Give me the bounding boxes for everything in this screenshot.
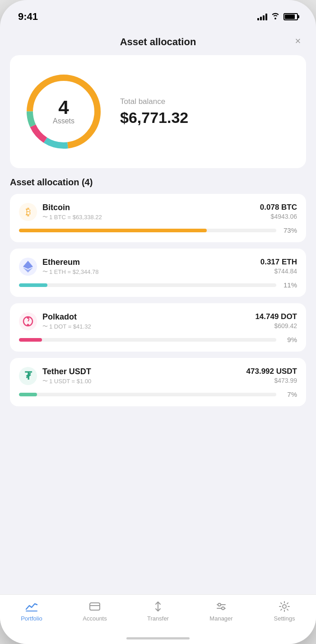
balance-amount: $6,771.32 [120,109,295,127]
chart-card: 4 Assets Total balance $6,771.32 [10,55,306,168]
nav-manager-label: Manager [209,615,232,622]
notch [117,0,199,17]
home-indicator [126,637,190,639]
battery-icon [283,13,298,20]
eth-progress-row: 11% [19,281,297,289]
eth-rate: 〜 1 ETH = $2,344.78 [42,268,99,276]
btc-amount: 0.078 BTC [260,203,297,212]
eth-icon [19,258,37,276]
usdt-progress-fill [19,393,37,396]
close-button[interactable]: × [290,33,306,49]
svg-point-16 [222,607,224,610]
nav-settings-label: Settings [274,615,295,622]
svg-point-17 [283,605,286,608]
dot-progress-fill [19,338,42,342]
btc-value: $4943.06 [260,213,297,220]
balance-label: Total balance [120,97,295,106]
usdt-progress-row: 7% [19,390,297,398]
wifi-icon [271,12,280,21]
eth-name: Ethereum [42,258,99,267]
eth-progress-fill [19,283,47,287]
bottom-nav: Portfolio Accounts Transfer [0,594,316,644]
asset-count: 4 [53,98,74,117]
dot-progress-row: 9% [19,336,297,343]
section-title: Asset allocation (4) [0,177,316,194]
usdt-percent: 7% [281,390,297,398]
page-title: Asset allocation [120,36,196,48]
asset-card-eth: Ethereum 〜 1 ETH = $2,344.78 0.317 ETH $… [10,249,306,297]
dot-rate: 〜 1 DOT = $41.32 [42,323,91,330]
btc-icon: ₿ [19,203,37,221]
eth-progress-track [19,283,276,287]
manager-icon [214,600,228,613]
asset-list: ₿ Bitcoin 〜 1 BTC = $63,338.22 0.078 BTC… [0,194,316,406]
dot-amount: 14.749 DOT [255,312,297,321]
eth-value: $744.84 [260,268,297,275]
btc-progress-fill [19,229,207,232]
dot-percent: 9% [281,336,297,343]
nav-transfer[interactable]: Transfer [126,600,190,622]
usdt-progress-track [19,393,276,396]
usdt-name: Tether USDT [42,367,91,376]
status-time: 9:41 [18,11,38,23]
usdt-rate: 〜 1 USDT = $1.00 [42,377,91,385]
nav-portfolio-label: Portfolio [21,615,42,622]
status-icons [257,12,298,21]
btc-name: Bitcoin [42,203,102,212]
accounts-icon [88,600,102,613]
eth-amount: 0.317 ETH [260,258,297,267]
dot-name: Polkadot [42,312,91,322]
dot-progress-track [19,338,276,342]
donut-chart: 4 Assets [21,69,107,155]
btc-percent: 73% [281,226,297,234]
asset-card-btc: ₿ Bitcoin 〜 1 BTC = $63,338.22 0.078 BTC… [10,194,306,242]
btc-progress-row: 73% [19,226,297,234]
nav-manager[interactable]: Manager [190,600,253,622]
svg-marker-4 [23,261,33,269]
svg-point-8 [27,324,29,326]
settings-icon [278,600,291,613]
btc-progress-track [19,229,276,232]
usdt-value: $473.99 [246,377,297,384]
btc-rate: 〜 1 BTC = $63,338.22 [42,213,102,221]
nav-accounts-label: Accounts [83,615,107,622]
asset-card-usdt: ₮ Tether USDT 〜 1 USDT = $1.00 473.992 U… [10,358,306,406]
transfer-icon [151,600,165,613]
page-header: Asset allocation × [0,27,316,55]
dot-value: $609.42 [255,322,297,329]
phone-shell: 9:41 Asset allocation × [0,0,316,644]
dot-icon [19,312,37,330]
portfolio-icon [25,600,38,613]
assets-label: Assets [53,117,74,125]
donut-center: 4 Assets [53,98,74,125]
svg-rect-10 [90,603,100,610]
asset-card-dot: Polkadot 〜 1 DOT = $41.32 14.749 DOT $60… [10,303,306,352]
svg-point-15 [218,603,221,606]
signal-icon [257,13,267,20]
nav-settings[interactable]: Settings [253,600,316,622]
balance-info: Total balance $6,771.32 [120,97,295,127]
usdt-icon: ₮ [19,367,37,385]
eth-percent: 11% [281,281,297,289]
usdt-amount: 473.992 USDT [246,367,297,376]
nav-portfolio[interactable]: Portfolio [0,600,63,622]
nav-accounts[interactable]: Accounts [63,600,126,622]
nav-transfer-label: Transfer [147,615,169,622]
